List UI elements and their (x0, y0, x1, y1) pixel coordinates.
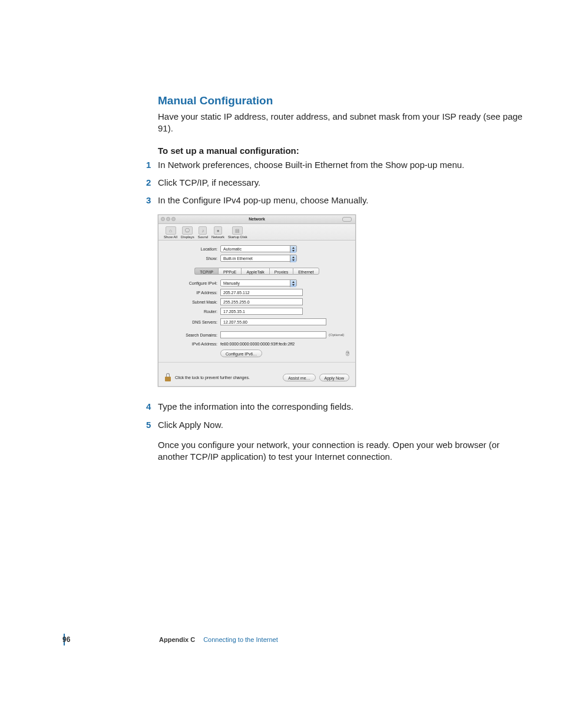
toolbar-network[interactable]: ●Network (210, 226, 226, 239)
tab-pppoe[interactable]: PPPoE (218, 268, 242, 275)
toolbar-show-all[interactable]: ⌂Show All (162, 226, 179, 239)
tab-ethernet[interactable]: Ethernet (293, 268, 319, 275)
step-text: Click Apply Now. (158, 420, 223, 430)
settings-tabs: TCP/IP PPPoE AppleTalk Proxies Ethernet (164, 268, 349, 275)
chevron-updown-icon (290, 246, 296, 253)
subnet-mask-input[interactable]: 255.255.255.0 (220, 298, 303, 305)
optional-label: (Optional) (329, 333, 344, 337)
intro-paragraph: Have your static IP address, router addr… (158, 111, 523, 135)
configure-ipv4-value: Manually (223, 281, 240, 285)
chevron-updown-icon (290, 280, 296, 287)
divider (158, 362, 355, 363)
configure-ipv6-button[interactable]: Configure IPv6… (220, 350, 262, 357)
step-text: Type the information into the correspond… (158, 401, 353, 411)
step-item: 4Type the information into the correspon… (158, 401, 523, 413)
minimize-icon[interactable] (166, 217, 170, 221)
closing-paragraph: Once you configure your network, your co… (158, 439, 523, 463)
subhead: To set up a manual configuration: (158, 146, 523, 156)
ip-address-label: IP Address: (164, 291, 220, 295)
toolbar-label: Displays (181, 235, 194, 239)
toolbar-label: Show All (164, 235, 177, 239)
show-value: Built-in Ethernet (223, 256, 253, 261)
search-domains-input[interactable] (220, 331, 326, 338)
lock-bar: Click the lock to prevent further change… (158, 370, 355, 386)
toolbar-label: Sound (198, 235, 208, 239)
step-number: 4 (146, 401, 151, 413)
steps-list-a: 1In Network preferences, choose Built-in… (158, 159, 523, 207)
tab-proxies[interactable]: Proxies (269, 268, 293, 275)
close-icon[interactable] (161, 217, 165, 221)
toolbar-sound[interactable]: ♪Sound (196, 226, 210, 239)
chevron-updown-icon (290, 255, 296, 262)
appendix-label: Appendix C (159, 636, 195, 643)
step-number: 3 (146, 195, 151, 206)
router-label: Router: (164, 309, 220, 314)
help-button[interactable]: ? (346, 351, 349, 356)
configure-ipv4-popup[interactable]: Manually (220, 279, 297, 286)
location-label: Location: (164, 247, 220, 251)
chapter-title: Connecting to the Internet (203, 636, 278, 643)
lock-text: Click the lock to prevent further change… (175, 375, 250, 380)
search-domains-label: Search Domains: (164, 333, 220, 337)
ipv6-address-label: IPv6 Address: (164, 342, 220, 346)
step-text: In the Configure IPv4 pop-up menu, choos… (158, 195, 368, 205)
step-text: In Network preferences, choose Built-in … (158, 160, 464, 170)
toolbar-toggle-icon[interactable] (342, 217, 352, 222)
steps-list-b: 4Type the information into the correspon… (158, 401, 523, 431)
ip-address-input[interactable]: 205.27.85.112 (220, 289, 303, 296)
assist-me-button[interactable]: Assist me… (283, 374, 315, 381)
ipv6-address-value: fe80:0000:0000:0000:0000:93ff:fedb:2ff2 (220, 342, 295, 346)
section-heading: Manual Configuration (158, 94, 523, 107)
traffic-lights[interactable] (161, 217, 176, 221)
lock-icon[interactable] (164, 373, 171, 381)
step-number: 1 (146, 159, 151, 171)
router-input[interactable]: 17.205.35.1 (220, 308, 303, 315)
apply-now-button[interactable]: Apply Now (319, 374, 349, 381)
zoom-icon[interactable] (171, 217, 176, 221)
location-value: Automatic (223, 247, 242, 251)
prefs-toolbar: ⌂Show All 🖵Displays ♪Sound ●Network ▤Sta… (158, 224, 355, 241)
toolbar-startup-disk[interactable]: ▤Startup Disk (226, 226, 249, 239)
toolbar-displays[interactable]: 🖵Displays (179, 226, 196, 239)
step-item: 5Click Apply Now. (158, 419, 523, 431)
tab-appletalk[interactable]: AppleTalk (241, 268, 269, 275)
tab-tcpip[interactable]: TCP/IP (194, 268, 218, 275)
step-number: 5 (146, 419, 151, 431)
dns-servers-input[interactable]: 12.207.55.80 (220, 318, 326, 325)
window-titlebar: Network (158, 215, 355, 224)
toolbar-label: Network (211, 235, 224, 239)
subnet-mask-label: Subnet Mask: (164, 300, 220, 304)
show-label: Show: (164, 256, 220, 261)
location-popup[interactable]: Automatic (220, 245, 297, 252)
step-item: 1In Network preferences, choose Built-in… (158, 159, 523, 171)
step-item: 3In the Configure IPv4 pop-up menu, choo… (158, 195, 523, 206)
network-prefs-window: Network ⌂Show All 🖵Displays ♪Sound ●Netw… (158, 215, 356, 387)
toolbar-label: Startup Disk (228, 235, 247, 239)
step-item: 2Click TCP/IP, if necessary. (158, 177, 523, 189)
step-number: 2 (146, 177, 151, 189)
prefs-content: Location: Automatic Show: Built-in Ether… (158, 241, 355, 370)
page-footer: 96 Appendix C Connecting to the Internet (64, 634, 497, 645)
step-text: Click TCP/IP, if necessary. (158, 177, 260, 187)
show-popup[interactable]: Built-in Ethernet (220, 255, 297, 262)
window-title: Network (249, 217, 265, 221)
configure-ipv4-label: Configure IPv4: (164, 281, 220, 285)
page-number: 96 (62, 635, 70, 644)
dns-servers-label: DNS Servers: (164, 320, 220, 324)
